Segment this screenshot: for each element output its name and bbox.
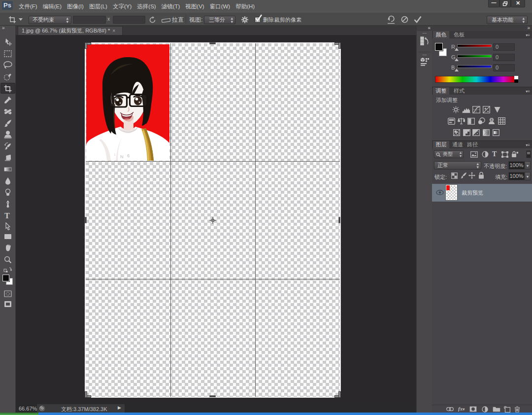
- svg-text:N: N: [120, 154, 124, 159]
- svg-text:6: 6: [127, 153, 130, 158]
